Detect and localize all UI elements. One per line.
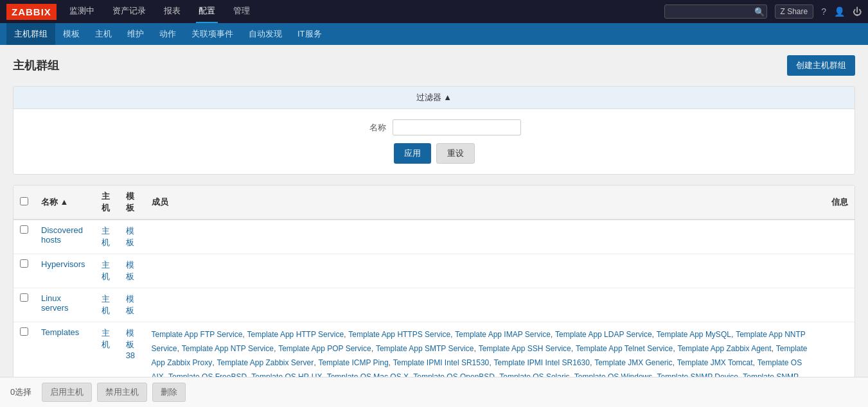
row-select-checkbox[interactable] — [20, 259, 28, 268]
member-link[interactable]: Template App HTTPS Service — [348, 330, 450, 339]
row-select-checkbox[interactable] — [20, 293, 28, 302]
member-link[interactable]: Template IPMI Intel SR1530 — [393, 358, 489, 367]
group-name-link[interactable]: Templates — [41, 327, 79, 337]
delete-button[interactable]: 删除 — [152, 383, 186, 402]
member-link[interactable]: Template App SMTP Service — [376, 344, 474, 353]
table-row: Linux servers 主机 模板 — [13, 288, 855, 322]
row-templates: 模板 — [120, 254, 145, 288]
group-name-link[interactable]: Discovered hosts — [41, 225, 83, 245]
search-icon[interactable]: 🔍 — [754, 7, 765, 17]
header-members: 成员 — [145, 186, 817, 220]
member-link[interactable]: Template App Telnet Service — [576, 344, 673, 353]
filter-body: 名称 应用 重设 — [13, 109, 855, 174]
nav-item-reports[interactable]: 报表 — [161, 0, 183, 23]
reset-filter-button[interactable]: 重设 — [436, 143, 475, 164]
filter-row-name: 名称 — [24, 119, 844, 135]
member-link[interactable]: Template JMX Tomcat — [677, 358, 753, 367]
row-templates: 模板 — [120, 288, 145, 322]
header-info: 信息 — [816, 186, 855, 220]
row-info — [816, 254, 855, 288]
apply-filter-button[interactable]: 应用 — [394, 143, 431, 164]
nav-templates[interactable]: 模板 — [55, 23, 87, 45]
hosts-link[interactable]: 主机 — [102, 294, 110, 315]
member-link[interactable]: Template ICMP Ping — [318, 358, 388, 367]
row-select-checkbox[interactable] — [20, 225, 28, 234]
nav-event-correlation[interactable]: 关联项事件 — [184, 23, 241, 45]
nav-it-services[interactable]: IT服务 — [290, 23, 330, 45]
nav-item-config[interactable]: 配置 — [196, 0, 218, 23]
create-host-group-button[interactable]: 创建主机群组 — [787, 55, 855, 76]
templates-link[interactable]: 模板 — [126, 294, 134, 315]
member-link[interactable]: Template App NTP Service — [182, 344, 274, 353]
selection-count: 0选择 — [10, 386, 31, 398]
search-input[interactable] — [664, 4, 767, 19]
header-hosts: 主机 — [95, 186, 119, 220]
row-hosts: 主机 — [95, 254, 119, 288]
member-link[interactable]: Template App Zabbix Server — [217, 358, 314, 367]
row-members — [145, 288, 817, 322]
enable-hosts-button[interactable]: 启用主机 — [42, 383, 92, 402]
table-header-row: 名称 ▲ 主机 模板 成员 信息 — [13, 186, 855, 220]
second-nav: 主机群组 模板 主机 维护 动作 关联项事件 自动发现 IT服务 — [0, 23, 868, 45]
host-groups-table: 名称 ▲ 主机 模板 成员 信息 Discovered hosts — [13, 186, 855, 407]
header-name[interactable]: 名称 ▲ — [35, 186, 95, 220]
row-members — [145, 254, 817, 288]
member-link[interactable]: Template App IMAP Service — [455, 330, 551, 339]
member-link[interactable]: Template IPMI Intel SR1630 — [494, 358, 590, 367]
top-nav: ZABBIX 监测中 资产记录 报表 配置 管理 🔍 Z Share ? 👤 ⏻ — [0, 0, 868, 23]
search-wrapper: 🔍 — [664, 4, 767, 19]
header-checkbox — [13, 186, 35, 220]
hosts-link[interactable]: 主机 — [102, 328, 110, 349]
nav-maintenance[interactable]: 维护 — [120, 23, 152, 45]
nav-discovery[interactable]: 自动发现 — [241, 23, 290, 45]
row-checkbox — [13, 254, 35, 288]
filter-name-label: 名称 — [348, 122, 386, 134]
disable-hosts-button[interactable]: 禁用主机 — [97, 383, 147, 402]
member-link[interactable]: Template App Zabbix Agent — [677, 344, 771, 353]
member-link[interactable]: Template App SSH Service — [479, 344, 571, 353]
member-link[interactable]: Template App FTP Service — [152, 330, 243, 339]
group-name-link[interactable]: Linux servers — [41, 293, 69, 313]
row-templates: 模板 — [120, 220, 145, 254]
nav-host-groups[interactable]: 主机群组 — [6, 23, 55, 45]
filter-name-input[interactable] — [393, 119, 521, 135]
row-name: Hypervisors — [35, 254, 95, 288]
row-members — [145, 220, 817, 254]
templates-link[interactable]: 模板 — [126, 226, 134, 247]
nav-item-admin[interactable]: 管理 — [231, 0, 252, 23]
hosts-link[interactable]: 主机 — [102, 226, 110, 247]
row-info — [816, 288, 855, 322]
hosts-link[interactable]: 主机 — [102, 260, 110, 281]
templates-link[interactable]: 模板 38 — [126, 328, 135, 360]
page-header: 主机群组 创建主机群组 — [13, 55, 855, 76]
help-icon[interactable]: ? — [821, 6, 826, 17]
page-title: 主机群组 — [13, 58, 59, 73]
member-link[interactable]: Template App MySQL — [657, 330, 731, 339]
member-link[interactable]: Template App POP Service — [278, 344, 371, 353]
member-link[interactable]: Template JMX Generic — [594, 358, 672, 367]
row-checkbox — [13, 220, 35, 254]
share-button[interactable]: Z Share — [775, 4, 814, 19]
row-select-checkbox[interactable] — [20, 327, 28, 336]
power-icon[interactable]: ⏻ — [853, 6, 862, 17]
bottom-actions: 0选择 启用主机 禁用主机 删除 — [0, 377, 868, 407]
select-all-checkbox[interactable] — [20, 197, 28, 205]
nav-hosts[interactable]: 主机 — [87, 23, 120, 45]
group-name-link[interactable]: Hypervisors — [41, 259, 85, 269]
row-name: Discovered hosts — [35, 220, 95, 254]
user-icon[interactable]: 👤 — [834, 6, 845, 17]
row-checkbox — [13, 288, 35, 322]
top-nav-right: 🔍 Z Share ? 👤 ⏻ — [664, 4, 862, 19]
member-link[interactable]: Template App LDAP Service — [555, 330, 652, 339]
templates-link[interactable]: 模板 — [126, 260, 134, 281]
row-hosts: 主机 — [95, 220, 119, 254]
nav-item-monitoring[interactable]: 监测中 — [67, 0, 97, 23]
filter-header[interactable]: 过滤器 ▲ — [13, 87, 855, 109]
row-name: Linux servers — [35, 288, 95, 322]
table-row: Discovered hosts 主机 模板 — [13, 220, 855, 254]
member-link[interactable]: Template App HTTP Service — [247, 330, 344, 339]
table-row: Hypervisors 主机 模板 — [13, 254, 855, 288]
nav-item-assets[interactable]: 资产记录 — [110, 0, 148, 23]
data-table: 名称 ▲ 主机 模板 成员 信息 Discovered hosts — [13, 185, 855, 407]
nav-actions[interactable]: 动作 — [152, 23, 184, 45]
